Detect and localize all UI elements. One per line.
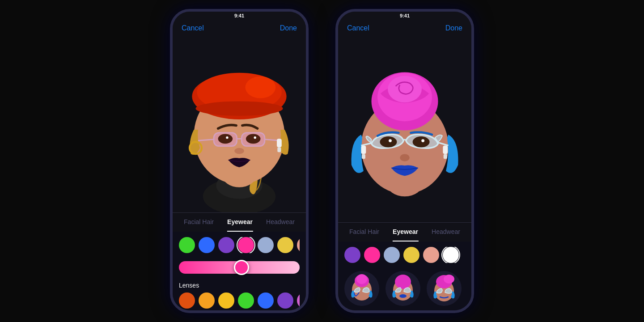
color-section-right (338, 242, 471, 267)
svg-point-32 (413, 136, 430, 147)
cancel-button-left[interactable]: Cancel (182, 24, 204, 32)
lenses-row-left (179, 292, 300, 309)
svg-rect-38 (361, 145, 366, 154)
svg-point-16 (226, 136, 228, 139)
right-phone-screen: 9:41 Cancel Done (338, 12, 471, 310)
svg-point-47 (399, 294, 407, 298)
left-phone-screen: 9:41 Cancel Done (173, 12, 306, 310)
tab-facial-hair-right[interactable]: Facial Hair (346, 226, 383, 237)
color-blue[interactable] (199, 237, 215, 253)
svg-point-14 (218, 134, 233, 144)
svg-rect-39 (362, 154, 365, 159)
svg-rect-21 (277, 147, 281, 152)
memoji-right (338, 35, 471, 222)
svg-rect-36 (443, 145, 448, 154)
right-phone: 9:41 Cancel Done (335, 9, 474, 313)
svg-point-17 (254, 136, 256, 139)
color-purple[interactable] (218, 237, 234, 253)
lenses-label-left: Lenses (179, 282, 300, 289)
color-green[interactable] (179, 237, 195, 253)
color-peach[interactable] (297, 237, 300, 253)
r-color-peach[interactable] (423, 247, 439, 263)
svg-point-43 (356, 274, 367, 284)
color-lavender[interactable] (258, 237, 274, 253)
lens-color-green[interactable] (238, 292, 254, 309)
lens-color-yellow[interactable] (218, 292, 234, 309)
avatar-area-left (173, 35, 306, 212)
svg-rect-20 (277, 139, 282, 147)
tab-eyewear-right[interactable]: Eyewear (389, 226, 422, 237)
slider-area-left (173, 257, 306, 278)
tab-bar-right: Facial Hair Eyewear Headwear (338, 222, 471, 242)
r-color-white-selected[interactable] (443, 247, 459, 263)
svg-point-33 (389, 139, 392, 142)
color-row-left (179, 237, 300, 253)
lens-color-blue[interactable] (258, 292, 274, 309)
top-bar-right: Cancel Done (338, 20, 471, 35)
svg-point-7 (246, 76, 276, 98)
tab-bar-left: Facial Hair Eyewear Headwear (173, 212, 306, 232)
lens-color-orange-dark[interactable] (179, 292, 195, 309)
style-option-3[interactable] (427, 271, 462, 306)
svg-point-31 (380, 136, 397, 147)
done-button-left[interactable]: Done (280, 24, 297, 32)
status-time-right: 9:41 (400, 13, 410, 18)
done-button-right[interactable]: Done (445, 24, 462, 32)
r-color-pink[interactable] (364, 247, 380, 263)
tab-eyewear-left[interactable]: Eyewear (224, 216, 256, 227)
slider-thumb-left[interactable] (234, 260, 249, 275)
r-color-lavender[interactable] (384, 247, 400, 263)
style-options-right (338, 267, 471, 310)
lens-color-orange[interactable] (199, 292, 215, 309)
r-color-yellow[interactable] (403, 247, 419, 263)
lens-color-purple[interactable] (277, 292, 293, 309)
svg-point-51 (444, 275, 454, 284)
memoji-left (173, 35, 306, 212)
color-pink-selected[interactable] (238, 237, 254, 253)
svg-point-8 (195, 101, 283, 116)
cancel-button-right[interactable]: Cancel (347, 24, 369, 32)
lens-color-magenta[interactable] (297, 292, 300, 309)
tab-headwear-left[interactable]: Headwear (263, 216, 298, 227)
status-time-left: 9:41 (234, 13, 244, 18)
left-phone: 9:41 Cancel Done (170, 9, 309, 313)
status-bar-right: 9:41 (338, 12, 471, 20)
svg-point-28 (388, 76, 422, 103)
style-option-2[interactable] (386, 271, 420, 306)
r-color-purple[interactable] (344, 247, 360, 263)
lenses-section-left: Lenses (173, 278, 306, 310)
svg-point-35 (400, 154, 410, 161)
svg-point-15 (246, 134, 261, 144)
svg-point-18 (234, 148, 244, 154)
tab-headwear-right[interactable]: Headwear (428, 226, 464, 237)
status-bar-left: 9:41 (173, 12, 306, 20)
style-option-1[interactable] (344, 271, 379, 306)
svg-point-34 (421, 139, 424, 142)
slider-track-left[interactable] (179, 261, 300, 274)
color-row-right (344, 247, 465, 263)
tab-facial-hair-left[interactable]: Facial Hair (180, 216, 217, 227)
svg-rect-37 (444, 154, 447, 159)
avatar-area-right (338, 35, 471, 222)
color-section-left (173, 232, 306, 257)
top-bar-left: Cancel Done (173, 20, 306, 35)
color-yellow[interactable] (277, 237, 293, 253)
svg-point-46 (395, 275, 411, 289)
